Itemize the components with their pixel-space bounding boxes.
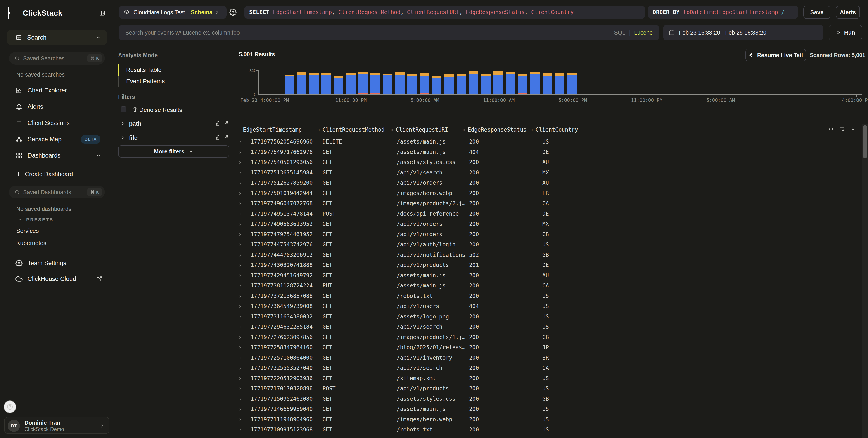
row-expand-chevron-icon[interactable] — [238, 294, 242, 298]
histogram-bar[interactable] — [567, 73, 577, 94]
histogram-bar[interactable] — [321, 72, 331, 94]
histogram-bar[interactable] — [407, 74, 417, 95]
histogram-bar[interactable] — [555, 73, 564, 94]
user-card[interactable]: DT Dominic Tran ClickStack Demo — [4, 417, 110, 434]
histogram-bar[interactable] — [506, 72, 515, 94]
row-expand-chevron-icon[interactable] — [238, 315, 242, 319]
row-expand-chevron-icon[interactable] — [238, 366, 242, 370]
row-expand-chevron-icon[interactable] — [238, 222, 242, 226]
table-row[interactable]: 1771977479754461952GET/api/v1/orders200G… — [230, 229, 864, 240]
table-row[interactable]: 1771977276623097856GET/images/products/1… — [230, 332, 864, 343]
sidebar-item-client-sessions[interactable]: Client Sessions — [7, 115, 107, 131]
table-row[interactable]: 1771977490563613952GET/api/v1/orders200M… — [230, 219, 864, 229]
table-row[interactable]: 1771977258347964160GET/blog/2025/01/rele… — [230, 342, 864, 353]
table-row[interactable]: 1771977146659959040GET/assets/main.js200… — [230, 404, 864, 414]
table-row[interactable]: 1771977170170320896POST/api/v1/products2… — [230, 383, 864, 394]
row-expand-chevron-icon[interactable] — [238, 274, 242, 278]
save-button[interactable]: Save — [803, 6, 831, 19]
histogram-bar[interactable] — [358, 72, 368, 95]
table-row[interactable]: 1771977430320741888GET/api/v1/products20… — [230, 260, 864, 271]
wrap-text-icon[interactable] — [839, 126, 845, 132]
row-expand-chevron-icon[interactable] — [238, 387, 242, 391]
table-row[interactable]: 1771977444703206912GET/api/v1/notificati… — [230, 250, 864, 260]
histogram-bar[interactable] — [481, 74, 491, 94]
table-row[interactable]: 1771977294632285184GET/api/v1/search200U… — [230, 322, 864, 332]
mode-event-patterns[interactable]: Event Patterns — [126, 78, 165, 85]
language-toggle-sql[interactable]: SQL — [614, 29, 625, 36]
column-header[interactable]: ClientCountry — [535, 127, 578, 133]
row-expand-chevron-icon[interactable] — [238, 212, 242, 216]
schema-toggle[interactable]: Schema — [191, 9, 212, 15]
table-row[interactable]: 1771977501019442944GET/images/hero.webp2… — [230, 188, 864, 199]
preset-services[interactable]: Services — [16, 227, 39, 234]
table-row[interactable]: 1771977364549739008GET/api/v1/users404US — [230, 301, 864, 312]
denoise-label[interactable]: Denoise Results — [139, 106, 182, 113]
histogram-bar[interactable] — [383, 74, 393, 94]
column-header[interactable]: EdgeResponseStatus — [468, 127, 527, 133]
column-drag-handle-icon[interactable]: ⠿ — [317, 127, 320, 132]
preset-kubernetes[interactable]: Kubernetes — [16, 240, 46, 246]
histogram-bar[interactable] — [420, 73, 429, 95]
column-drag-handle-icon[interactable]: ⠿ — [390, 127, 393, 132]
table-row[interactable]: 1771977111948904960GET/images/hero.webp2… — [230, 414, 864, 425]
orderby-clause-editor[interactable]: ORDER BY toDateTime(EdgeStartTimestamp / — [648, 6, 798, 19]
row-expand-chevron-icon[interactable] — [238, 397, 242, 401]
denoise-checkbox[interactable] — [121, 106, 126, 112]
histogram-bar[interactable] — [432, 76, 441, 94]
table-row[interactable]: 1771977063496248064GET/assets/main.js200… — [230, 435, 864, 438]
select-clause-editor[interactable]: SELECT EdgeStartTimestamp, ClientRequest… — [244, 6, 645, 19]
mode-results-table[interactable]: Results Table — [126, 66, 161, 73]
chevron-up-icon[interactable] — [96, 35, 101, 40]
scrollbar-thumb[interactable] — [863, 125, 867, 158]
row-expand-chevron-icon[interactable] — [238, 243, 242, 247]
saved-searches-input[interactable]: Saved Searches ⌘ K — [9, 52, 105, 65]
histogram-bar[interactable] — [297, 72, 306, 94]
histogram-bar[interactable] — [395, 72, 405, 94]
histogram-bar[interactable] — [370, 73, 380, 95]
source-settings-gear-icon[interactable] — [229, 9, 237, 16]
row-expand-chevron-icon[interactable] — [238, 284, 242, 288]
histogram-bar[interactable] — [530, 72, 540, 94]
table-row[interactable]: 1771977372136857088GET/robots.txt200US — [230, 291, 864, 302]
table-row[interactable]: 1771977429451649792GET/assets/main.js200… — [230, 271, 864, 281]
filter-field-path[interactable]: _path — [115, 120, 230, 127]
language-toggle-lucene[interactable]: Lucene — [634, 29, 653, 36]
table-row[interactable]: 1771977513675145984GET/api/v1/search200M… — [230, 168, 864, 178]
histogram-bar[interactable] — [469, 71, 478, 94]
run-button[interactable]: Run — [829, 25, 862, 40]
row-expand-chevron-icon[interactable] — [238, 192, 242, 196]
row-expand-chevron-icon[interactable] — [238, 150, 242, 155]
histogram-bars[interactable] — [230, 45, 868, 94]
sidebar-collapse-icon[interactable] — [99, 10, 105, 16]
presets-section-toggle[interactable]: PRESETS — [18, 217, 53, 223]
saved-dashboards-input[interactable]: Saved Dashboards ⌘ K — [9, 186, 105, 198]
table-row[interactable]: 1771977562054696960DELETE/assets/main.js… — [230, 137, 864, 147]
row-expand-chevron-icon[interactable] — [238, 335, 242, 339]
sidebar-item-clickhouse-cloud[interactable]: ClickHouse Cloud — [7, 272, 107, 286]
table-row[interactable]: 1771977512627859200GET/api/v1/orders200A… — [230, 178, 864, 188]
source-selector[interactable]: Cloudflare Logs Test Schema — [119, 6, 227, 19]
row-expand-chevron-icon[interactable] — [238, 263, 242, 267]
row-expand-chevron-icon[interactable] — [238, 418, 242, 422]
sidebar-item-team-settings[interactable]: Team Settings — [7, 256, 107, 270]
filter-field-file[interactable]: _file — [115, 134, 230, 141]
sidebar-item-chart-explorer[interactable]: Chart Explorer — [7, 82, 107, 99]
histogram-bar[interactable] — [444, 74, 454, 95]
row-expand-chevron-icon[interactable] — [238, 428, 242, 432]
row-expand-chevron-icon[interactable] — [238, 253, 242, 257]
table-row[interactable]: 1771977540501293056GET/assets/styles.css… — [230, 157, 864, 168]
chevron-up-icon[interactable] — [96, 153, 101, 158]
histogram-bar[interactable] — [334, 76, 343, 94]
sidebar-item-alerts[interactable]: Alerts — [7, 99, 107, 115]
download-icon[interactable] — [850, 126, 856, 132]
column-drag-handle-icon[interactable]: ⠿ — [462, 127, 465, 132]
alerts-button[interactable]: Alerts — [836, 6, 860, 19]
more-filters-button[interactable]: More filters — [118, 145, 229, 158]
row-expand-chevron-icon[interactable] — [238, 202, 242, 206]
row-expand-chevron-icon[interactable] — [238, 407, 242, 411]
row-expand-chevron-icon[interactable] — [238, 345, 242, 350]
field-pin-icon[interactable] — [224, 134, 230, 140]
field-chart-icon[interactable] — [215, 121, 221, 126]
code-view-icon[interactable] — [828, 126, 834, 132]
histogram-bar[interactable] — [457, 74, 466, 95]
